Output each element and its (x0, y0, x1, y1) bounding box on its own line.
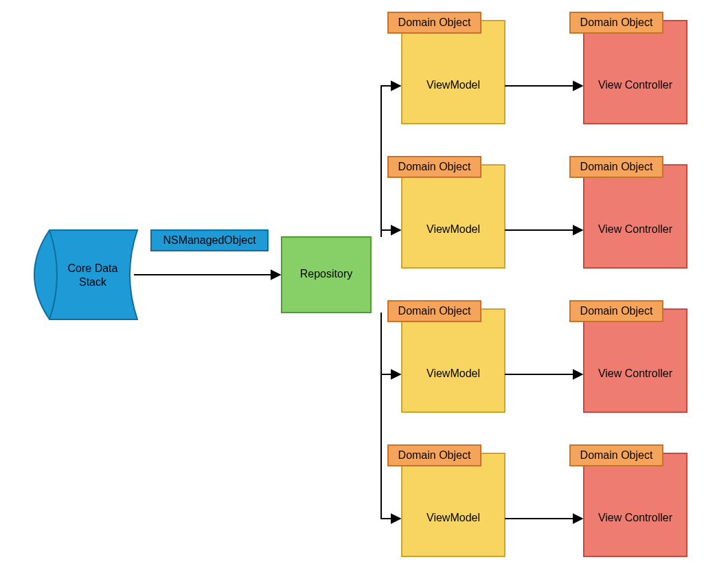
viewmodel-label: ViewModel (426, 223, 480, 235)
svg-rect-2 (402, 21, 505, 124)
view-controller-label: View Controller (598, 512, 673, 523)
svg-rect-10 (402, 309, 505, 412)
repository-box: Repository (282, 237, 371, 313)
svg-rect-6 (402, 165, 505, 268)
svg-rect-12 (584, 309, 687, 412)
nsmanagedobject-box: NSManagedObject (151, 230, 268, 251)
domain-object-tag: Domain Object (388, 301, 481, 321)
view-controller-box: View Controller (584, 21, 687, 124)
view-controller-box: View Controller (584, 309, 687, 412)
domain-object-tag: Domain Object (570, 445, 663, 466)
domain-object-label: Domain Object (580, 449, 653, 461)
domain-object-label: Domain Object (580, 305, 653, 317)
viewmodel-label: ViewModel (426, 512, 480, 523)
svg-rect-8 (584, 165, 687, 268)
viewmodel-box: ViewModel (402, 165, 505, 268)
arrow-repo-to-viewmodel (381, 313, 400, 519)
domain-object-tag: Domain Object (570, 12, 663, 33)
domain-object-tag: Domain Object (570, 157, 663, 177)
domain-object-label: Domain Object (398, 449, 471, 461)
nsmanagedobject-label: NSManagedObject (163, 234, 256, 246)
domain-object-label: Domain Object (398, 16, 471, 28)
svg-rect-16 (584, 453, 687, 556)
domain-object-tag: Domain Object (570, 301, 663, 321)
svg-rect-14 (402, 453, 505, 556)
view-controller-label: View Controller (598, 367, 673, 379)
arrow-repo-to-viewmodel (381, 230, 400, 237)
svg-rect-4 (584, 21, 687, 124)
core-data-label-2: Stack (79, 276, 107, 288)
view-controller-box: View Controller (584, 165, 687, 268)
viewmodel-label: ViewModel (426, 79, 480, 91)
core-data-stack: Core DataStack (34, 230, 137, 319)
view-controller-box: View Controller (584, 453, 687, 556)
viewmodel-box: ViewModel (402, 453, 505, 556)
core-data-label-1: Core Data (68, 262, 118, 274)
architecture-diagram: Core DataStackNSManagedObjectRepositoryV… (0, 0, 728, 577)
domain-object-label: Domain Object (580, 16, 653, 28)
domain-object-label: Domain Object (398, 305, 471, 317)
domain-object-label: Domain Object (398, 161, 471, 172)
viewmodel-label: ViewModel (426, 367, 480, 379)
domain-object-tag: Domain Object (388, 445, 481, 466)
view-controller-label: View Controller (598, 79, 673, 91)
domain-object-label: Domain Object (580, 161, 653, 172)
domain-object-tag: Domain Object (388, 157, 481, 177)
viewmodel-box: ViewModel (402, 309, 505, 412)
repository-label: Repository (300, 268, 352, 280)
viewmodel-box: ViewModel (402, 21, 505, 124)
domain-object-tag: Domain Object (388, 12, 481, 33)
view-controller-label: View Controller (598, 223, 673, 235)
